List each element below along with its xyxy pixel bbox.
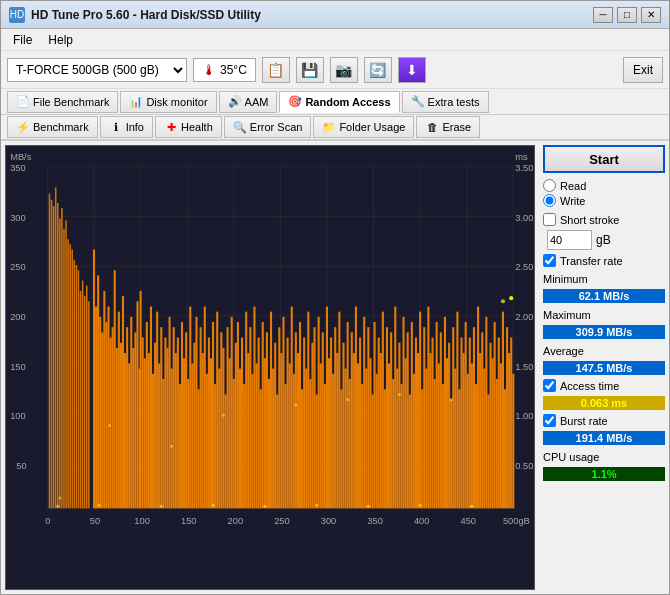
svg-text:150: 150 bbox=[181, 516, 197, 526]
temperature-display: 🌡 35°C bbox=[193, 58, 256, 82]
svg-text:50: 50 bbox=[16, 461, 26, 471]
burst-rate-checkbox[interactable]: Burst rate bbox=[543, 414, 665, 427]
minimize-button[interactable]: ─ bbox=[593, 7, 613, 23]
app-icon: HD bbox=[9, 7, 25, 23]
svg-text:300: 300 bbox=[10, 213, 26, 223]
start-button[interactable]: Start bbox=[543, 145, 665, 173]
svg-text:350: 350 bbox=[10, 163, 26, 173]
tab-disk-monitor-label: Disk monitor bbox=[146, 96, 207, 108]
svg-point-283 bbox=[170, 445, 173, 448]
tab-random-access[interactable]: 🎯 Random Access bbox=[279, 91, 399, 113]
svg-text:350: 350 bbox=[367, 516, 383, 526]
close-button[interactable]: ✕ bbox=[641, 7, 661, 23]
tab-file-benchmark-label: File Benchmark bbox=[33, 96, 109, 108]
tab-aam-label: AAM bbox=[245, 96, 269, 108]
main-content: MB/s 350 300 250 200 150 100 50 ms 3.50 … bbox=[1, 141, 669, 594]
short-stroke-label: Short stroke bbox=[560, 214, 619, 226]
tab-error-scan[interactable]: 🔍 Error Scan bbox=[224, 116, 312, 138]
tab-error-scan-label: Error Scan bbox=[250, 121, 303, 133]
tab-aam[interactable]: 🔊 AAM bbox=[219, 91, 278, 113]
tab-folder-usage[interactable]: 📁 Folder Usage bbox=[313, 116, 414, 138]
toolbar-btn-2[interactable]: 💾 bbox=[296, 57, 324, 83]
toolbar-btn-5[interactable]: ⬇ bbox=[398, 57, 426, 83]
svg-point-288 bbox=[450, 398, 453, 401]
health-icon: ✚ bbox=[164, 120, 178, 134]
menu-help[interactable]: Help bbox=[40, 31, 81, 49]
tab-disk-monitor[interactable]: 📊 Disk monitor bbox=[120, 91, 216, 113]
maximize-button[interactable]: □ bbox=[617, 7, 637, 23]
menu-file[interactable]: File bbox=[5, 31, 40, 49]
info-icon: ℹ bbox=[109, 120, 123, 134]
access-time-value: 0.063 ms bbox=[543, 396, 665, 410]
svg-point-280 bbox=[509, 296, 513, 300]
short-stroke-checkbox[interactable]: Short stroke bbox=[543, 213, 665, 226]
minimum-label: Minimum bbox=[543, 273, 665, 285]
tab-health-label: Health bbox=[181, 121, 213, 133]
svg-text:1.50: 1.50 bbox=[515, 362, 533, 372]
tab-erase[interactable]: 🗑 Erase bbox=[416, 116, 480, 138]
transfer-rate-input[interactable] bbox=[543, 254, 556, 267]
svg-text:ms: ms bbox=[515, 152, 528, 162]
exit-button[interactable]: Exit bbox=[623, 57, 663, 83]
svg-point-285 bbox=[294, 403, 297, 406]
temperature-value: 35°C bbox=[220, 63, 247, 77]
read-radio[interactable]: Read bbox=[543, 179, 665, 192]
chart-svg: MB/s 350 300 250 200 150 100 50 ms 3.50 … bbox=[6, 146, 534, 539]
erase-icon: 🗑 bbox=[425, 120, 439, 134]
tab-extra-tests[interactable]: 🔧 Extra tests bbox=[402, 91, 489, 113]
svg-text:450: 450 bbox=[460, 516, 476, 526]
transfer-rate-checkbox[interactable]: Transfer rate bbox=[543, 254, 665, 267]
write-radio[interactable]: Write bbox=[543, 194, 665, 207]
burst-rate-input[interactable] bbox=[543, 414, 556, 427]
title-bar-left: HD HD Tune Pro 5.60 - Hard Disk/SSD Util… bbox=[9, 7, 261, 23]
svg-text:100: 100 bbox=[10, 411, 26, 421]
svg-text:3.00: 3.00 bbox=[515, 213, 533, 223]
svg-point-282 bbox=[108, 424, 111, 427]
svg-point-272 bbox=[98, 504, 101, 507]
stroke-value-input[interactable] bbox=[547, 230, 592, 250]
tab-erase-label: Erase bbox=[442, 121, 471, 133]
tab-health[interactable]: ✚ Health bbox=[155, 116, 222, 138]
svg-point-273 bbox=[160, 505, 163, 508]
minimum-value: 62.1 MB/s bbox=[543, 289, 665, 303]
drive-select[interactable]: T-FORCE 500GB (500 gB) bbox=[7, 58, 187, 82]
toolbar-btn-3[interactable]: 📷 bbox=[330, 57, 358, 83]
short-stroke-input[interactable] bbox=[543, 213, 556, 226]
svg-point-278 bbox=[419, 504, 422, 507]
svg-point-286 bbox=[346, 398, 349, 401]
folder-usage-icon: 📁 bbox=[322, 120, 336, 134]
maximum-label: Maximum bbox=[543, 309, 665, 321]
tab-folder-usage-label: Folder Usage bbox=[339, 121, 405, 133]
tab-info[interactable]: ℹ Info bbox=[100, 116, 153, 138]
write-radio-input[interactable] bbox=[543, 194, 556, 207]
tab-file-benchmark[interactable]: 📄 File Benchmark bbox=[7, 91, 118, 113]
cpu-usage-label: CPU usage bbox=[543, 451, 665, 463]
error-scan-icon: 🔍 bbox=[233, 120, 247, 134]
svg-text:200: 200 bbox=[228, 516, 244, 526]
toolbar-btn-4[interactable]: 🔄 bbox=[364, 57, 392, 83]
transfer-rate-label: Transfer rate bbox=[560, 255, 623, 267]
write-label: Write bbox=[560, 195, 585, 207]
window-controls: ─ □ ✕ bbox=[593, 7, 661, 23]
benchmark-icon: ⚡ bbox=[16, 120, 30, 134]
svg-text:50: 50 bbox=[90, 516, 100, 526]
main-window: HD HD Tune Pro 5.60 - Hard Disk/SSD Util… bbox=[0, 0, 670, 595]
tab-benchmark[interactable]: ⚡ Benchmark bbox=[7, 116, 98, 138]
svg-text:0: 0 bbox=[45, 516, 50, 526]
svg-text:0.50: 0.50 bbox=[515, 461, 533, 471]
access-time-checkbox[interactable]: Access time bbox=[543, 379, 665, 392]
svg-point-284 bbox=[222, 414, 225, 417]
radio-group: Read Write bbox=[543, 177, 665, 209]
menubar: File Help bbox=[1, 29, 669, 51]
svg-text:400: 400 bbox=[414, 516, 430, 526]
svg-point-275 bbox=[263, 505, 266, 508]
read-radio-input[interactable] bbox=[543, 179, 556, 192]
svg-text:250: 250 bbox=[274, 516, 290, 526]
file-benchmark-icon: 📄 bbox=[16, 95, 30, 109]
svg-text:300: 300 bbox=[321, 516, 337, 526]
toolbar-btn-1[interactable]: 📋 bbox=[262, 57, 290, 83]
tab-info-label: Info bbox=[126, 121, 144, 133]
maximum-value: 309.9 MB/s bbox=[543, 325, 665, 339]
access-time-input[interactable] bbox=[543, 379, 556, 392]
svg-point-271 bbox=[56, 505, 59, 508]
